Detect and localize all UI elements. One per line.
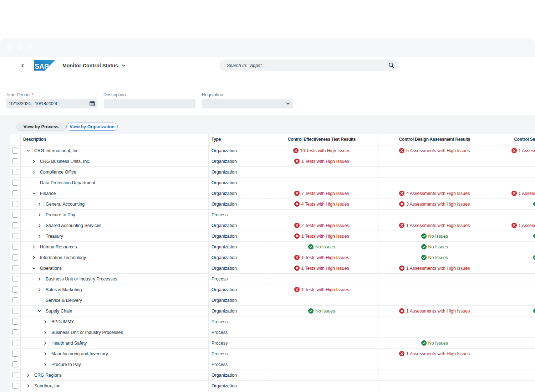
svg-text:SAP: SAP (35, 62, 49, 70)
